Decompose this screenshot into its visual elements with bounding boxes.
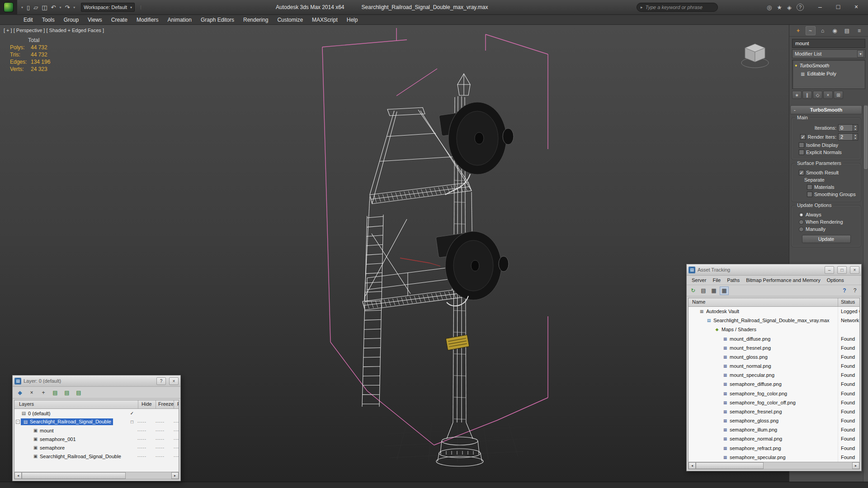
layer-row[interactable]: ▣mount--------------- <box>14 426 179 435</box>
bulb-icon[interactable]: ● <box>795 63 797 68</box>
create-layer-icon[interactable]: ◆ <box>15 388 25 397</box>
add-to-layer-icon[interactable]: + <box>38 388 48 397</box>
signal-heads[interactable] <box>436 102 514 300</box>
asset-row[interactable]: ▦mount_gloss.pngFound <box>689 352 859 361</box>
asset-row[interactable]: ▦semaphore_diffuse.pngFound <box>689 380 859 389</box>
isoline-display-checkbox[interactable]: ✓ <box>799 142 804 148</box>
layer-titlebar[interactable]: ▤ Layer: 0 (default) ? × <box>13 375 180 387</box>
manually-radio[interactable] <box>799 227 804 232</box>
asset-row[interactable]: ▦mount_diffuse.pngFound <box>689 334 859 343</box>
menu-rendering[interactable]: Rendering <box>239 15 273 24</box>
asset-row[interactable]: ▦mount_fresnel.pngFound <box>689 343 859 352</box>
when-rendering-radio[interactable] <box>799 220 804 225</box>
maximize-button[interactable]: □ <box>829 1 847 13</box>
select-layer-objects-icon[interactable]: ▤ <box>50 388 60 397</box>
delete-layer-icon[interactable]: × <box>27 388 37 397</box>
favorites-icon[interactable]: ★ <box>777 4 782 11</box>
layer-row[interactable]: ▣semaphore--------------- <box>14 443 179 452</box>
asset-row[interactable]: ◆Maps / Shaders <box>689 325 859 334</box>
smooth-result-checkbox[interactable]: ✓ <box>799 170 804 175</box>
asset-row[interactable]: ▦mount_normal.pngFound <box>689 361 859 371</box>
asset-row[interactable]: ▦Autodesk VaultLogged O <box>689 307 859 316</box>
asset-menu-bitmap-performance-and-memory[interactable]: Bitmap Performance and Memory <box>743 277 823 283</box>
asset-row[interactable]: ▦semaphore_specular.pngFound <box>689 453 859 462</box>
layer-row[interactable]: ▤0 (default)✓ <box>14 409 179 418</box>
menu-edit[interactable]: Edit <box>19 15 38 24</box>
pin-stack-icon[interactable]: ∗ <box>792 91 802 99</box>
asset-menu-file[interactable]: File <box>709 277 724 283</box>
workspace-selector[interactable]: Workspace: Default ▾ <box>81 3 135 12</box>
menu-tools[interactable]: Tools <box>38 15 59 24</box>
refresh-icon[interactable]: ↻ <box>689 286 698 295</box>
help-icon[interactable]: ? <box>840 286 849 295</box>
stack-item-editable-poly[interactable]: ▦ Editable Poly <box>793 70 865 78</box>
set-current-layer-icon[interactable]: ▤ <box>62 388 72 397</box>
asset-row[interactable]: ▤Searchlight_Railroad_Signal_Double_max_… <box>689 316 859 325</box>
explicit-normals-checkbox[interactable]: ✓ <box>799 150 804 155</box>
tab-create-icon[interactable]: + <box>793 26 803 35</box>
search-input[interactable]: ▸ Type a keyword or phrase <box>637 3 718 12</box>
help-button[interactable]: ? <box>156 377 166 385</box>
tab-motion-icon[interactable]: ◉ <box>830 26 840 35</box>
save-file-icon[interactable]: ◫ <box>40 4 48 11</box>
minimize-button[interactable]: – <box>825 266 834 274</box>
3dsmax-logo[interactable] <box>0 0 17 15</box>
about-icon[interactable]: ? <box>850 286 859 295</box>
app-menu-arrow-icon[interactable]: ▾ <box>20 5 24 9</box>
menu-create[interactable]: Create <box>107 15 132 24</box>
maximize-button[interactable]: □ <box>837 266 847 274</box>
workspace-menu-icon[interactable]: ⋮ <box>137 5 144 9</box>
open-file-icon[interactable]: ▱ <box>32 4 39 11</box>
menu-help[interactable]: Help <box>342 15 363 24</box>
tab-utilities-icon[interactable]: ≡ <box>854 26 864 35</box>
remove-modifier-icon[interactable]: × <box>823 91 833 99</box>
column-hide[interactable]: Hide <box>142 401 152 407</box>
column-name[interactable]: Name <box>692 299 705 305</box>
column-layers[interactable]: Layers <box>19 401 34 407</box>
smoothing-groups-checkbox[interactable]: ✓ <box>807 192 812 197</box>
tab-modify-icon[interactable]: ~ <box>806 26 816 35</box>
horizontal-scrollbar[interactable]: ◂ ▸ <box>14 472 179 479</box>
detail-view-icon[interactable]: ▦ <box>720 286 729 295</box>
iterations-spinner[interactable]: 0 ▴▾ <box>838 124 858 131</box>
asset-menu-paths[interactable]: Paths <box>724 277 743 283</box>
menu-customize[interactable]: Customize <box>273 15 307 24</box>
column-status[interactable]: Status <box>841 299 855 305</box>
menu-group[interactable]: Group <box>59 15 83 24</box>
menu-animation[interactable]: Animation <box>163 15 196 24</box>
horizontal-scrollbar[interactable]: ◂ ▸ <box>689 462 859 469</box>
menu-modifiers[interactable]: Modifiers <box>132 15 163 24</box>
tab-hierarchy-icon[interactable]: ⌂ <box>818 26 828 35</box>
asset-row[interactable]: ▦semaphore_fresnel.pngFound <box>689 407 859 416</box>
make-unique-icon[interactable]: ◇ <box>813 91 822 99</box>
show-end-result-icon[interactable]: ∥ <box>802 91 812 99</box>
list-view-icon[interactable]: ▤ <box>699 286 708 295</box>
asset-menu-options[interactable]: Options <box>824 277 847 283</box>
panel-scrollbar[interactable] <box>863 105 868 482</box>
asset-row[interactable]: ▦semaphore_fog_color_off.pngFound <box>689 398 859 407</box>
scrollbar-thumb[interactable] <box>864 106 868 169</box>
expander-icon[interactable]: − <box>16 420 20 424</box>
render-iters-checkbox[interactable]: ✓ <box>800 134 806 140</box>
modifier-list-dropdown[interactable]: Modifier List ▾ <box>792 49 865 58</box>
undo-dropdown-icon[interactable]: ▾ <box>58 5 62 9</box>
always-radio[interactable] <box>799 212 804 217</box>
layer-row[interactable]: −▤Searchlight_Railroad_Signal_Double□---… <box>14 418 179 426</box>
thumbnail-view-icon[interactable]: ▦ <box>709 286 718 295</box>
scrollbar-thumb[interactable] <box>696 462 764 469</box>
chevron-down-icon[interactable]: ▾ <box>857 50 864 57</box>
column-render[interactable]: Re <box>177 401 179 407</box>
configure-sets-icon[interactable]: ⊞ <box>834 91 843 99</box>
stack-item-turbosmooth[interactable]: ● TurboSmooth <box>793 61 865 70</box>
close-button[interactable]: × <box>169 377 179 385</box>
tab-display-icon[interactable]: ▤ <box>842 26 852 35</box>
search-arrow-icon[interactable]: ▸ <box>641 5 643 9</box>
help-icon[interactable]: ? <box>797 4 804 11</box>
spinner-arrows-icon[interactable]: ▴▾ <box>853 134 858 140</box>
asset-tracking-titlebar[interactable]: ▤ Asset Tracking – □ × <box>687 264 861 276</box>
asset-menu-server[interactable]: Server <box>689 277 709 283</box>
undo-icon[interactable]: ↶ <box>49 4 57 11</box>
materials-checkbox[interactable]: ✓ <box>807 184 812 190</box>
scrollbar-thumb[interactable] <box>22 472 126 479</box>
close-button[interactable]: × <box>850 266 859 274</box>
